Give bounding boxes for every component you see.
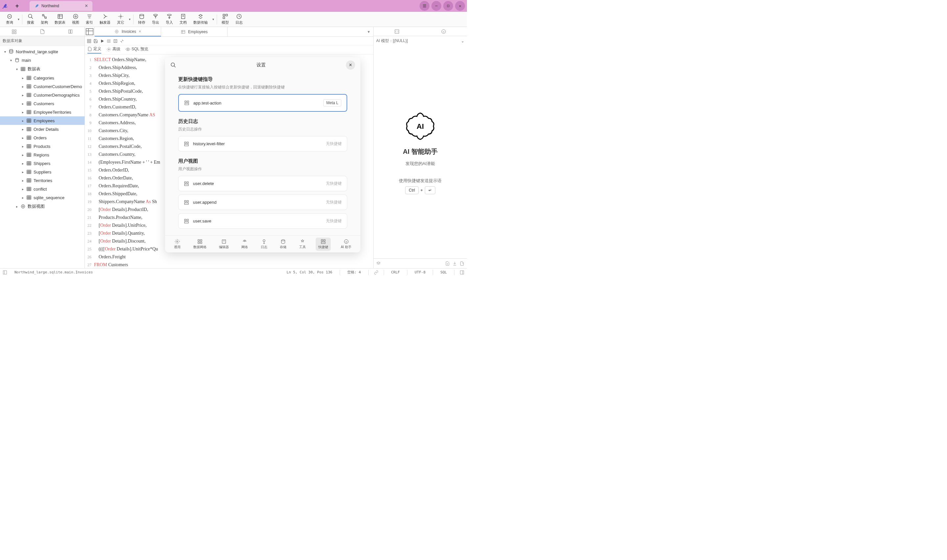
right-tab-code[interactable] — [374, 27, 420, 36]
tree-views-folder[interactable]: ▸ 数据视图 — [0, 202, 85, 211]
modal-footer-tab[interactable]: 工具 — [297, 238, 308, 251]
right-tab-ai[interactable]: AI — [420, 27, 467, 36]
chevron-right-icon: ▸ — [15, 205, 18, 208]
svg-rect-138 — [114, 40, 117, 42]
toolbar-视图[interactable]: 视图 — [69, 13, 83, 26]
tree-table-item[interactable]: ▸CustomerDemographics — [0, 91, 85, 99]
sidebar-panel-tabs — [0, 27, 85, 36]
link-icon[interactable] — [374, 270, 379, 275]
shortcut-row[interactable]: history.level-filter无快捷键 — [178, 136, 347, 151]
toolbar-索引[interactable]: 索引 — [83, 13, 96, 26]
toolbar-查询[interactable]: 查询 — [3, 13, 17, 26]
modal-footer-tab[interactable]: 数据网格 — [191, 238, 209, 251]
tree-table-item[interactable]: ▸Suppliers — [0, 168, 85, 176]
tree-table-item[interactable]: ▸Territories — [0, 176, 85, 185]
grid2-icon[interactable] — [87, 39, 91, 43]
tree-table-item[interactable]: ▸Shippers — [0, 159, 85, 168]
status-eol[interactable]: CRLF — [389, 270, 402, 274]
modal-footer-tab[interactable]: 通用 — [171, 238, 183, 251]
shortcut-row[interactable]: app.test-actionMeta L — [178, 94, 347, 112]
toolbar-dropdown[interactable]: ▾ — [211, 17, 216, 21]
svg-rect-159 — [187, 142, 188, 144]
chevron-down-icon: ▾ — [3, 50, 6, 54]
indent-icon[interactable] — [106, 39, 111, 43]
toolbar-dropdown[interactable]: ▾ — [128, 17, 132, 21]
play-icon[interactable] — [100, 39, 105, 43]
toolbar-文档[interactable]: 文档 — [176, 13, 190, 26]
export-icon[interactable] — [460, 261, 464, 266]
tree-table-item[interactable]: ▸Customers — [0, 99, 85, 108]
svg-rect-165 — [187, 200, 188, 202]
ai-model-header[interactable]: AI 模型：[(NULL)] ⌄ — [374, 36, 467, 46]
window-tab[interactable]: Northwind × — [29, 1, 92, 11]
status-encoding[interactable]: UTF-8 — [413, 270, 428, 274]
toolbar-架构[interactable]: 架构 — [37, 13, 51, 26]
editor-tab[interactable]: Employees — [161, 27, 228, 37]
maximize-button[interactable] — [443, 1, 453, 11]
tree-table-item[interactable]: ▸Products — [0, 142, 85, 151]
collapse-icon[interactable] — [120, 39, 124, 43]
download-icon[interactable] — [453, 261, 457, 266]
save-icon[interactable] — [93, 39, 98, 43]
toolbar-搜索[interactable]: 搜索 — [24, 13, 37, 26]
tree-database[interactable]: ▾ Northwind_large.sqlite — [0, 47, 85, 56]
search-icon[interactable] — [170, 62, 176, 68]
subtab-define[interactable]: 定义 — [88, 46, 101, 54]
tree-table-item[interactable]: ▸Employees — [0, 116, 85, 125]
toolbar-dropdown[interactable]: ▾ — [17, 17, 21, 21]
svg-point-126 — [116, 31, 117, 32]
toolbar-日志[interactable]: 日志 — [232, 13, 246, 26]
panel-toggle-right-icon[interactable] — [460, 270, 464, 275]
shortcut-row[interactable]: user.delete无快捷键 — [178, 176, 347, 191]
modal-footer-tab[interactable]: AIAI 助手 — [338, 238, 354, 251]
modal-section-history: 历史日志 历史日志操作 history.level-filter无快捷键 — [178, 118, 347, 151]
subtab-advanced[interactable]: 高级 — [106, 46, 120, 53]
tab-close-button[interactable]: × — [85, 3, 88, 9]
format-icon[interactable] — [113, 39, 118, 43]
modal-footer-tab[interactable]: 网络 — [239, 238, 251, 251]
toolbar-触发器[interactable]: 触发器 — [96, 13, 114, 26]
tree-table-item[interactable]: ▸CustomerCustomerDemo — [0, 82, 85, 91]
tree-table-item[interactable]: ▸Orders — [0, 134, 85, 142]
modal-close-button[interactable]: × — [346, 60, 355, 70]
tree-table-item[interactable]: ▸Regions — [0, 151, 85, 159]
modal-footer-tab[interactable]: 存储 — [277, 238, 289, 251]
status-language[interactable]: SQL — [438, 270, 449, 274]
sidebar-tab-objects[interactable] — [0, 27, 28, 36]
shortcut-row[interactable]: user.save无快捷键 — [178, 213, 347, 229]
minimize-button[interactable] — [431, 1, 441, 11]
tab-close[interactable]: × — [139, 29, 141, 34]
tree-table-item[interactable]: ▸Order Details — [0, 125, 85, 134]
stack-icon[interactable] — [376, 261, 381, 266]
toolbar-导入[interactable]: 导入 — [162, 13, 176, 26]
close-window-button[interactable]: × — [455, 1, 465, 11]
editor-tab-grid-button[interactable] — [85, 27, 95, 37]
sidebar-tab-history[interactable] — [56, 27, 85, 36]
editor-tab[interactable]: Invoices× — [95, 27, 161, 37]
subtab-preview[interactable]: SQL 预览 — [126, 46, 148, 53]
tree-table-item[interactable]: ▸sqlite_sequence — [0, 193, 85, 202]
tree-table-item[interactable]: ▸Categories — [0, 74, 85, 82]
tree-tables-folder[interactable]: ▾ 数据表 — [0, 65, 85, 74]
status-spaces[interactable]: 空格: 4 — [345, 270, 363, 275]
toolbar-导出[interactable]: 导出 — [149, 13, 162, 26]
new-tab-button[interactable]: + — [12, 1, 22, 11]
tree-table-item[interactable]: ▸EmployeeTerritories — [0, 108, 85, 116]
toolbar-模型[interactable]: 模型 — [218, 13, 232, 26]
editor-tabs-dropdown[interactable]: ▾ — [364, 27, 373, 37]
tree-table-item[interactable]: ▸conflict — [0, 185, 85, 193]
modal-footer-tab[interactable]: 日志 — [258, 238, 270, 251]
toolbar-其它[interactable]: 其它 — [114, 13, 128, 26]
tree-schema[interactable]: ▾ main — [0, 56, 85, 65]
toolbar-数据传输[interactable]: 数据传输 — [190, 13, 211, 26]
panel-toggle-icon[interactable] — [3, 270, 7, 275]
modal-footer-tab[interactable]: 快捷键 — [316, 238, 331, 251]
shortcut-row[interactable]: user.append无快捷键 — [178, 195, 347, 210]
sidebar-tab-sql[interactable] — [28, 27, 57, 36]
toolbar-数据表[interactable]: 数据表 — [51, 13, 69, 26]
hamburger-icon[interactable] — [420, 1, 430, 11]
modal-footer-tab[interactable]: 编辑器 — [216, 238, 231, 251]
toolbar-转存[interactable]: 转存 — [135, 13, 149, 26]
plus-file-icon[interactable] — [445, 261, 450, 266]
status-position[interactable]: Ln 5, Col 30, Pos 136 — [285, 270, 334, 274]
